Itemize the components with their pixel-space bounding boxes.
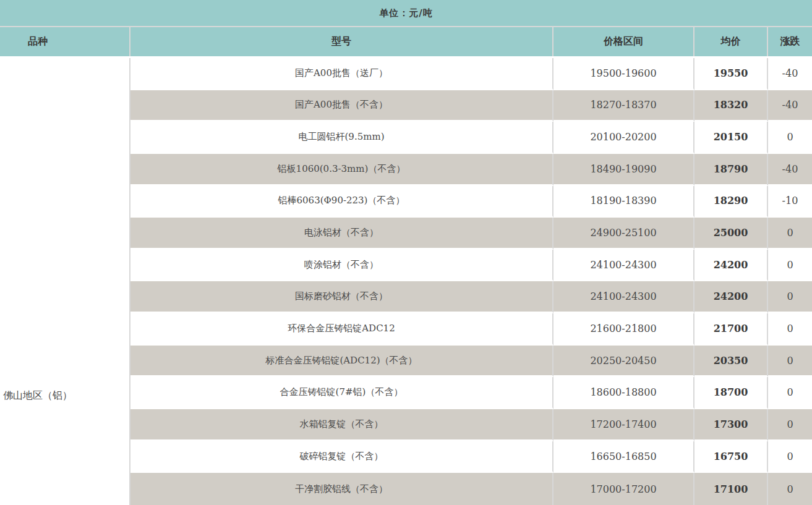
model-cell: 国产A00批售（送厂） bbox=[130, 58, 553, 90]
column-header-variety: 品种 bbox=[0, 27, 130, 56]
avg-price-cell: 25000 bbox=[694, 218, 768, 250]
column-header-model: 型号 bbox=[130, 27, 553, 56]
price-range-cell: 18600-18800 bbox=[553, 377, 694, 409]
change-cell: 0 bbox=[768, 281, 812, 313]
model-cell: 水箱铝复锭（不含） bbox=[130, 409, 553, 441]
price-range-cell: 16650-16850 bbox=[553, 441, 694, 473]
model-cell: 破碎铝复锭（不含） bbox=[130, 441, 553, 473]
model-cell: 电泳铝材（不含） bbox=[130, 218, 553, 250]
model-cell: 干净割胶铝线（不含） bbox=[130, 473, 553, 505]
change-cell: -40 bbox=[768, 58, 812, 90]
avg-price-cell: 16750 bbox=[694, 441, 768, 473]
change-cell: 0 bbox=[768, 122, 812, 154]
model-cell: 国标磨砂铝材（不含） bbox=[130, 281, 553, 313]
price-range-cell: 17000-17200 bbox=[553, 473, 694, 505]
table-body: 佛山地区（铝） 国产A00批售（送厂） 19500-19600 19550 -4… bbox=[0, 58, 812, 505]
column-header-price-range: 价格区间 bbox=[553, 27, 694, 56]
change-cell: 0 bbox=[768, 377, 812, 409]
change-cell: 0 bbox=[768, 250, 812, 282]
avg-price-cell: 20150 bbox=[694, 122, 768, 154]
model-cell: 国产A00批售（不含） bbox=[130, 90, 553, 122]
price-range-cell: 19500-19600 bbox=[553, 58, 694, 90]
region-cell: 佛山地区（铝） bbox=[0, 58, 130, 505]
price-range-cell: 20100-20200 bbox=[553, 122, 694, 154]
price-range-cell: 24100-24300 bbox=[553, 250, 694, 282]
model-cell: 合金压铸铝锭(7#铝)（不含） bbox=[130, 377, 553, 409]
avg-price-cell: 20350 bbox=[694, 346, 768, 378]
avg-price-cell: 24200 bbox=[694, 281, 768, 313]
avg-price-cell: 18290 bbox=[694, 186, 768, 218]
change-cell: 0 bbox=[768, 409, 812, 441]
model-cell: 铝板1060(0.3-3mm)（不含） bbox=[130, 154, 553, 186]
change-cell: -10 bbox=[768, 186, 812, 218]
change-cell: -40 bbox=[768, 90, 812, 122]
price-range-cell: 18270-18370 bbox=[553, 90, 694, 122]
avg-price-cell: 24200 bbox=[694, 250, 768, 282]
price-range-cell: 18190-18390 bbox=[553, 186, 694, 218]
price-range-cell: 24900-25100 bbox=[553, 218, 694, 250]
price-range-cell: 24100-24300 bbox=[553, 281, 694, 313]
avg-price-cell: 18320 bbox=[694, 90, 768, 122]
change-cell: 0 bbox=[768, 441, 812, 473]
unit-label: 单位：元/吨 bbox=[379, 7, 432, 19]
change-cell: 0 bbox=[768, 313, 812, 346]
model-cell: 喷涂铝材（不含） bbox=[130, 250, 553, 282]
region-label: 佛山地区（铝） bbox=[3, 389, 72, 402]
change-cell: 0 bbox=[768, 218, 812, 250]
model-cell: 铝棒6063(Φ90-223)（不含） bbox=[130, 186, 553, 218]
price-range-cell: 20250-20450 bbox=[553, 346, 694, 378]
price-range-cell: 21600-21800 bbox=[553, 313, 694, 346]
model-cell: 环保合金压铸铝锭ADC12 bbox=[130, 313, 553, 346]
avg-price-cell: 18790 bbox=[694, 154, 768, 186]
table-header-row: 品种 型号 价格区间 均价 涨跌 bbox=[0, 26, 812, 58]
price-range-cell: 18490-19090 bbox=[553, 154, 694, 186]
change-cell: -40 bbox=[768, 154, 812, 186]
avg-price-cell: 18700 bbox=[694, 377, 768, 409]
avg-price-cell: 21700 bbox=[694, 313, 768, 346]
column-header-avg-price: 均价 bbox=[694, 27, 768, 56]
unit-title-bar: 单位：元/吨 bbox=[0, 0, 812, 26]
aluminum-price-table-page: 单位：元/吨 品种 型号 价格区间 均价 涨跌 佛山地区（铝） 国产A00批售（… bbox=[0, 0, 812, 505]
avg-price-cell: 17100 bbox=[694, 473, 768, 505]
avg-price-cell: 19550 bbox=[694, 58, 768, 90]
model-cell: 电工圆铝杆(9.5mm) bbox=[130, 122, 553, 154]
avg-price-cell: 17300 bbox=[694, 409, 768, 441]
column-header-change: 涨跌 bbox=[768, 27, 812, 56]
price-range-cell: 17200-17400 bbox=[553, 409, 694, 441]
change-cell: 0 bbox=[768, 473, 812, 505]
model-cell: 标准合金压铸铝锭(ADC12)（不含） bbox=[130, 346, 553, 378]
change-cell: 0 bbox=[768, 346, 812, 378]
